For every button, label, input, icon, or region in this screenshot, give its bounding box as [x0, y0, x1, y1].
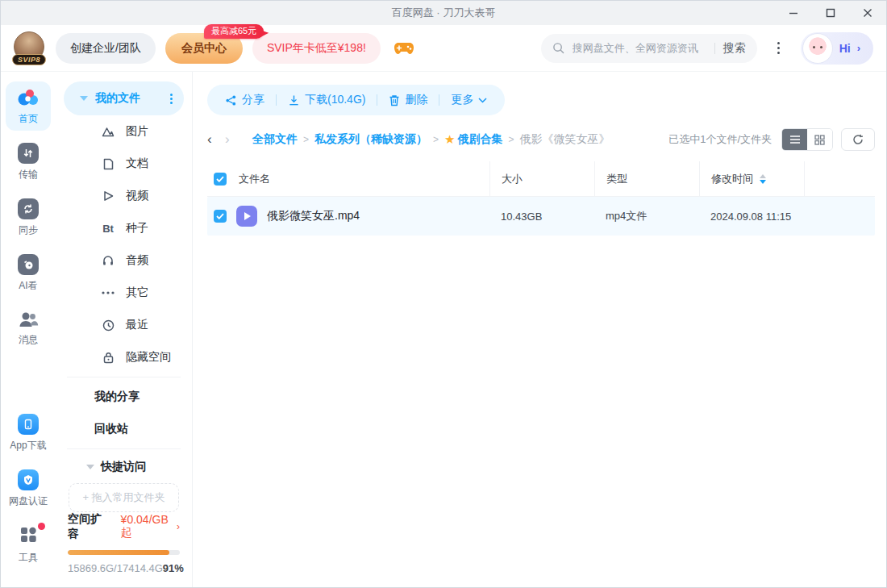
- list-view-icon: [789, 135, 801, 144]
- more-button[interactable]: 更多: [451, 93, 487, 107]
- grid-view-button[interactable]: [807, 129, 832, 150]
- more-menu-icon[interactable]: [767, 34, 791, 63]
- search-input[interactable]: [571, 41, 706, 55]
- rail-item-ai-view[interactable]: AI看: [6, 248, 51, 298]
- share-button[interactable]: 分享: [225, 93, 264, 107]
- sidebar-item-my-shares[interactable]: 我的分享: [64, 381, 184, 413]
- game-icon[interactable]: [394, 40, 414, 56]
- rail-item-tools[interactable]: 工具: [6, 519, 51, 569]
- category-label: 其它: [126, 286, 148, 300]
- chevron-right-icon: ›: [177, 521, 180, 532]
- messages-icon: [18, 310, 39, 329]
- document-icon: [101, 158, 115, 170]
- sync-icon: [18, 198, 39, 219]
- sidebar-item-recent[interactable]: 最近: [64, 309, 184, 341]
- share-icon: [225, 94, 237, 106]
- column-header-type[interactable]: 类型: [594, 161, 699, 196]
- search-button[interactable]: 搜索: [723, 41, 746, 56]
- toolbar-divider: [439, 94, 439, 106]
- lock-icon: [101, 352, 115, 364]
- delete-button[interactable]: 删除: [389, 93, 427, 107]
- drop-folder-hint[interactable]: + 拖入常用文件夹: [69, 483, 179, 512]
- storage-usage-value: 15869.6G/17414.4G: [68, 562, 163, 574]
- caret-down-icon: [80, 96, 88, 101]
- sort-icon[interactable]: [760, 174, 766, 184]
- headphones-icon: [101, 255, 115, 266]
- refresh-icon: [852, 134, 864, 145]
- sidebar-item-audio[interactable]: 音频: [64, 244, 184, 277]
- rail-label: 网盘认证: [9, 494, 48, 508]
- svip-badge: SVIP8: [12, 54, 46, 65]
- file-sidebar: 我的文件 图片 文档 视频 Bt 种子 音频: [56, 72, 193, 587]
- main-content: 分享 下载(10.4G) 删除 更多 ‹: [193, 72, 886, 587]
- maximize-button[interactable]: [812, 1, 849, 25]
- nav-forward-button[interactable]: ›: [225, 131, 243, 148]
- column-header-name[interactable]: 文件名: [239, 172, 270, 186]
- account-pill[interactable]: Hi ›: [801, 32, 873, 65]
- delete-label: 删除: [405, 93, 427, 107]
- sidebar-divider: [67, 448, 181, 449]
- check-icon: [216, 176, 224, 182]
- sidebar-item-images[interactable]: 图片: [64, 115, 184, 148]
- breadcrumb-all-files[interactable]: 全部文件: [252, 132, 298, 147]
- close-button[interactable]: [849, 1, 886, 25]
- image-icon: [101, 126, 115, 137]
- breadcrumb-separator: >: [433, 134, 439, 145]
- storage-usage-percent: 91%: [163, 562, 184, 574]
- rail-label: App下载: [10, 439, 46, 452]
- refresh-button[interactable]: [841, 128, 875, 151]
- list-view-button[interactable]: [782, 129, 807, 150]
- sidebar-item-recycle-bin[interactable]: 回收站: [64, 413, 184, 445]
- tools-icon-wrap: [19, 525, 38, 547]
- row-spacer: [804, 197, 875, 236]
- sidebar-item-documents[interactable]: 文档: [64, 148, 184, 180]
- sidebar-item-torrents[interactable]: Bt 种子: [64, 212, 184, 244]
- chevron-down-icon: [478, 98, 487, 103]
- bt-icon: Bt: [101, 223, 115, 235]
- nav-back-button[interactable]: ‹: [207, 131, 225, 148]
- clock-icon: [101, 319, 115, 332]
- row-checkbox[interactable]: [214, 210, 227, 223]
- action-toolbar: 分享 下载(10.4G) 删除 更多: [207, 85, 505, 115]
- create-team-button[interactable]: 创建企业/团队: [56, 33, 156, 64]
- ai-view-icon: [18, 254, 39, 275]
- minimize-button[interactable]: [775, 1, 812, 25]
- storage-expand-label[interactable]: 空间扩容: [68, 512, 110, 541]
- rail-item-sync[interactable]: 同步: [6, 193, 51, 242]
- column-header-size[interactable]: 大小: [489, 161, 594, 196]
- sidebar-item-others[interactable]: 其它: [64, 277, 184, 309]
- rail-item-home[interactable]: 首页: [6, 81, 51, 131]
- table-row[interactable]: 俄影微笑女巫.mp4 10.43GB mp4文件 2024.09.08 11:1…: [207, 197, 875, 236]
- app-download-icon: [18, 414, 39, 435]
- sidebar-item-videos[interactable]: 视频: [64, 180, 184, 212]
- category-label: 音频: [126, 253, 148, 268]
- svip-promo-button[interactable]: SVIP年卡低至¥198!: [252, 33, 381, 64]
- category-label: 最近: [126, 318, 148, 332]
- file-type: mp4文件: [594, 197, 699, 236]
- rail-item-verify[interactable]: 网盘认证: [6, 464, 51, 513]
- sidebar-item-my-files[interactable]: 我的文件: [64, 81, 184, 115]
- search-divider: [714, 43, 715, 54]
- sidebar-item-hidden-space[interactable]: 隐藏空间: [64, 341, 184, 373]
- file-size: 10.43GB: [489, 197, 594, 236]
- download-button[interactable]: 下载(10.4G): [288, 93, 365, 107]
- rail-item-messages[interactable]: 消息: [6, 304, 51, 352]
- file-name[interactable]: 俄影微笑女巫.mp4: [267, 209, 360, 223]
- select-all-checkbox[interactable]: [214, 173, 227, 186]
- breadcrumb-collection[interactable]: 俄剧合集: [457, 132, 502, 147]
- breadcrumb-series[interactable]: 私发系列（稀缺资源）: [314, 132, 427, 147]
- my-files-menu-icon[interactable]: [170, 94, 173, 104]
- user-avatar[interactable]: SVIP8: [12, 31, 46, 65]
- storage-price[interactable]: ¥0.04/GB起: [121, 513, 175, 540]
- quick-access-label: 快捷访问: [101, 460, 146, 474]
- column-header-modified[interactable]: 修改时间: [699, 161, 804, 196]
- category-label: 视频: [126, 189, 148, 203]
- category-label: 图片: [126, 124, 148, 139]
- rail-item-app-download[interactable]: App下载: [6, 408, 51, 457]
- video-file-icon: [236, 206, 257, 227]
- column-header-spacer: [804, 161, 875, 196]
- rail-item-transfer[interactable]: 传输: [6, 137, 51, 186]
- star-icon: ★: [444, 132, 455, 147]
- storage-progress-track: [68, 550, 180, 555]
- sidebar-item-quick-access[interactable]: 快捷访问: [64, 452, 184, 482]
